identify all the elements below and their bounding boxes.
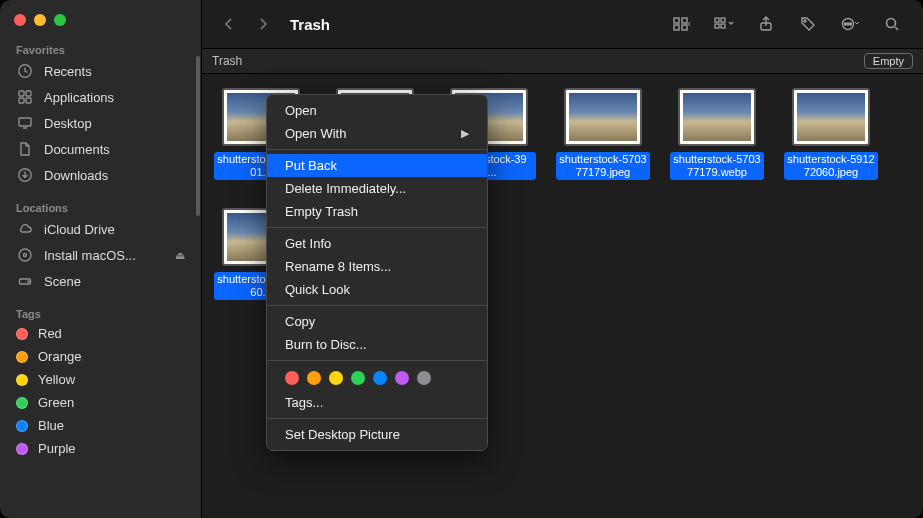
svg-point-20 [804,20,806,22]
apps-icon [16,88,34,106]
zoom-window-button[interactable] [54,14,66,26]
sidebar-label: Blue [38,418,64,433]
svg-rect-16 [721,18,725,22]
sidebar-tag-blue[interactable]: Blue [0,414,201,437]
ctx-tags[interactable]: Tags... [267,391,487,414]
ctx-copy[interactable]: Copy [267,310,487,333]
svg-rect-18 [721,24,725,28]
ctx-separator [267,227,487,228]
ctx-put-back[interactable]: Put Back [267,154,487,177]
svg-point-10 [28,281,29,282]
file-thumbnail [564,88,642,146]
sidebar-label: iCloud Drive [44,222,115,237]
sidebar-item-documents[interactable]: Documents [0,136,201,162]
svg-rect-11 [674,18,679,23]
sidebar-label: Green [38,395,74,410]
sidebar-section-favorites: Favorites [0,38,201,58]
sidebar-label: Desktop [44,116,92,131]
svg-rect-12 [682,18,687,23]
document-icon [16,140,34,158]
ctx-rename[interactable]: Rename 8 Items... [267,255,487,278]
sidebar-item-install-macos[interactable]: Install macOS... ⏏ [0,242,201,268]
svg-point-23 [845,23,847,25]
tag-color-orange[interactable] [307,371,321,385]
ctx-set-desktop-picture[interactable]: Set Desktop Picture [267,423,487,446]
tag-dot-icon [16,420,28,432]
sidebar-label: Red [38,326,62,341]
action-button[interactable] [833,10,867,38]
ctx-burn[interactable]: Burn to Disc... [267,333,487,356]
tag-dot-icon [16,443,28,455]
toolbar: Trash [202,0,923,48]
eject-icon[interactable]: ⏏ [175,249,185,262]
sidebar-item-downloads[interactable]: Downloads [0,162,201,188]
ctx-open[interactable]: Open [267,99,487,122]
ctx-delete-immediately[interactable]: Delete Immediately... [267,177,487,200]
sidebar-tag-orange[interactable]: Orange [0,345,201,368]
tag-color-yellow[interactable] [329,371,343,385]
tag-color-green[interactable] [351,371,365,385]
svg-point-22 [847,23,849,25]
finder-window: Favorites Recents Applications Desktop D… [0,0,923,518]
file-thumbnail [792,88,870,146]
sidebar-scrollbar[interactable] [196,56,200,216]
sidebar-item-scene[interactable]: Scene [0,268,201,294]
tag-color-red[interactable] [285,371,299,385]
tag-dot-icon [16,351,28,363]
sidebar-item-desktop[interactable]: Desktop [0,110,201,136]
sidebar: Favorites Recents Applications Desktop D… [0,0,202,518]
minimize-window-button[interactable] [34,14,46,26]
svg-point-24 [850,23,852,25]
download-icon [16,166,34,184]
tag-color-purple[interactable] [395,371,409,385]
svg-rect-1 [19,91,24,96]
sidebar-tag-red[interactable]: Red [0,322,201,345]
sidebar-label: Scene [44,274,81,289]
context-menu: Open Open With▶ Put Back Delete Immediat… [266,94,488,451]
close-window-button[interactable] [14,14,26,26]
ctx-tag-colors [267,365,487,391]
window-title: Trash [290,16,330,33]
sidebar-label: Orange [38,349,81,364]
sidebar-label: Purple [38,441,76,456]
forward-button[interactable] [250,11,276,37]
tag-dot-icon [16,397,28,409]
share-button[interactable] [749,10,783,38]
sidebar-label: Yellow [38,372,75,387]
tag-color-blue[interactable] [373,371,387,385]
search-button[interactable] [875,10,909,38]
file-name: shutterstock-570377179.webp [670,152,764,180]
svg-rect-13 [674,25,679,30]
ctx-get-info[interactable]: Get Info [267,232,487,255]
path-bar: Trash Empty [202,48,923,74]
path-location: Trash [212,54,242,68]
ctx-empty-trash[interactable]: Empty Trash [267,200,487,223]
tag-dot-icon [16,328,28,340]
sidebar-item-recents[interactable]: Recents [0,58,201,84]
sidebar-tag-purple[interactable]: Purple [0,437,201,460]
view-icons-button[interactable] [665,10,699,38]
ctx-separator [267,360,487,361]
disc-icon [16,246,34,264]
ctx-open-with[interactable]: Open With▶ [267,122,487,145]
sidebar-item-applications[interactable]: Applications [0,84,201,110]
sidebar-tag-yellow[interactable]: Yellow [0,368,201,391]
svg-rect-4 [26,98,31,103]
back-button[interactable] [216,11,242,37]
sidebar-item-icloud[interactable]: iCloud Drive [0,216,201,242]
file-item[interactable]: shutterstock-570377179.jpeg [556,88,650,180]
sidebar-tag-green[interactable]: Green [0,391,201,414]
empty-trash-button[interactable]: Empty [864,53,913,69]
file-thumbnail [678,88,756,146]
tags-button[interactable] [791,10,825,38]
file-item[interactable]: shutterstock-570377179.webp [670,88,764,180]
svg-point-25 [887,19,896,28]
drive-icon [16,272,34,290]
sidebar-label: Applications [44,90,114,105]
file-item[interactable]: shutterstock-591272060.jpeg [784,88,878,180]
file-name: shutterstock-591272060.jpeg [784,152,878,180]
group-button[interactable] [707,10,741,38]
desktop-icon [16,114,34,132]
tag-color-gray[interactable] [417,371,431,385]
ctx-quick-look[interactable]: Quick Look [267,278,487,301]
